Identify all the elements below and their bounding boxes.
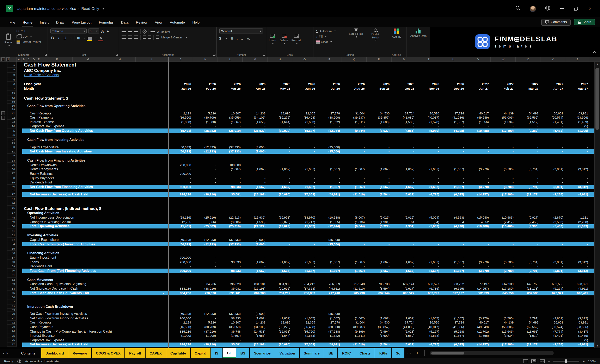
cell-value[interactable]: (2,078): [268, 220, 292, 224]
cell-value[interactable]: Jan-27: [466, 86, 491, 91]
cell-value[interactable]: (1,556): [466, 334, 491, 338]
cell-value[interactable]: (3,791): [516, 167, 540, 172]
cell-value[interactable]: (25,883): [193, 224, 218, 229]
cell-value[interactable]: (10,988): [317, 216, 342, 220]
cell-value[interactable]: (35,000): [317, 312, 342, 316]
cell-value[interactable]: (10,488): [466, 224, 491, 229]
cell-value[interactable]: -: [218, 124, 243, 128]
cell-value[interactable]: -: [491, 180, 516, 185]
cell-value[interactable]: (7,774): [540, 329, 565, 334]
row-number[interactable]: 35: [8, 163, 17, 167]
cell-value[interactable]: -: [565, 176, 590, 180]
restore-button[interactable]: [573, 6, 579, 11]
cell-value[interactable]: -: [317, 338, 342, 342]
cell-value[interactable]: (3,780): [491, 185, 516, 189]
cell-value[interactable]: -: [416, 255, 441, 260]
cell-value[interactable]: -: [565, 264, 590, 269]
cell-value[interactable]: (16,560): [168, 325, 193, 329]
cell-value[interactable]: -: [243, 163, 268, 167]
row-number[interactable]: 73: [8, 325, 17, 329]
row-number[interactable]: 14: [8, 95, 17, 101]
cell-value[interactable]: (1,667): [243, 316, 268, 320]
row-number[interactable]: 70: [8, 312, 17, 316]
cell-value[interactable]: (1,622): [317, 334, 342, 338]
cell-value[interactable]: (10,488): [466, 128, 491, 133]
cell-value[interactable]: -: [317, 172, 342, 176]
cell-value[interactable]: 56,601: [540, 111, 565, 116]
menu-tab-view[interactable]: View: [151, 17, 166, 27]
column-header-H[interactable]: H: [104, 57, 136, 62]
cell-value[interactable]: (15,687): [292, 224, 317, 229]
cell-value[interactable]: (49,549): [466, 116, 491, 120]
row-number[interactable]: 36: [8, 167, 17, 172]
cell-value[interactable]: -: [540, 242, 565, 246]
cell-value[interactable]: -: [218, 176, 243, 180]
zoom-in-icon[interactable]: +: [583, 359, 585, 363]
cell-value[interactable]: (1,491): [540, 334, 565, 338]
column-header-I[interactable]: I: [136, 57, 168, 62]
cell-value[interactable]: (19,051): [268, 329, 292, 334]
cell-value[interactable]: -: [342, 145, 367, 149]
globe-icon[interactable]: [545, 5, 550, 12]
row-number[interactable]: 49: [8, 220, 17, 224]
cell-value[interactable]: (50,333): [168, 149, 193, 154]
cell-value[interactable]: (2,456): [516, 220, 540, 224]
cut-button[interactable]: ✂Cut: [17, 28, 41, 34]
column-header-J[interactable]: J: [168, 57, 193, 62]
cell-value[interactable]: 834,236: [168, 287, 193, 291]
cell-value[interactable]: 705,738: [367, 282, 392, 286]
cell-value[interactable]: (6,595): [441, 342, 466, 347]
row-number[interactable]: 43: [8, 196, 17, 201]
cell-value[interactable]: -: [466, 163, 491, 167]
cell-value[interactable]: (64): [416, 220, 441, 224]
cell-value[interactable]: 632,586: [516, 291, 540, 295]
cell-value[interactable]: 796,020: [218, 282, 243, 286]
cell-value[interactable]: -: [392, 338, 416, 342]
cell-value[interactable]: (17,353): [292, 342, 317, 347]
cell-value[interactable]: (35,059): [218, 325, 243, 329]
cell-value[interactable]: -: [516, 255, 540, 260]
cell-value[interactable]: 44,139: [491, 320, 516, 325]
bold-button[interactable]: B: [50, 36, 55, 40]
cell-value[interactable]: (1,611): [342, 334, 367, 338]
cell-value[interactable]: 2027: [491, 82, 516, 86]
cell-value[interactable]: (1,667): [292, 260, 317, 264]
cell-value[interactable]: -: [268, 176, 292, 180]
cell-value[interactable]: -: [342, 237, 367, 242]
menu-tab-formulas[interactable]: Formulas: [95, 17, 117, 27]
cell-value[interactable]: (1,667): [268, 260, 292, 264]
cell-value[interactable]: -: [143, 291, 166, 295]
cell-value[interactable]: 37,724: [392, 111, 416, 116]
cell-value[interactable]: (2,870): [540, 216, 565, 220]
sheet-tab-charts[interactable]: Charts: [356, 348, 375, 358]
cell-value[interactable]: -: [292, 264, 317, 269]
table-of-contents-link[interactable]: Go to Table of Contents: [24, 73, 59, 77]
cell-value[interactable]: (5,026): [367, 216, 392, 220]
zoom-out-icon[interactable]: –: [548, 359, 550, 363]
cell-value[interactable]: (12,333): [193, 312, 218, 316]
cell-value[interactable]: -: [168, 167, 193, 172]
cell-value[interactable]: -: [491, 338, 516, 342]
cell-value[interactable]: (3,812): [565, 316, 590, 320]
cell-value[interactable]: (1,000): [168, 120, 193, 124]
cell-value[interactable]: -: [342, 312, 367, 316]
cell-value[interactable]: (12,333): [193, 237, 218, 242]
cell-value[interactable]: (15,431): [168, 128, 193, 133]
cell-value[interactable]: (14,257): [466, 192, 491, 196]
sheet-tab-valuation[interactable]: Valuation: [275, 348, 299, 358]
cell-value[interactable]: (62,562): [516, 116, 540, 120]
cell-value[interactable]: 2026: [268, 82, 292, 86]
cell-value[interactable]: (19,029): [268, 224, 292, 229]
row-number[interactable]: 22: [8, 116, 17, 120]
cell-value[interactable]: -: [491, 163, 516, 167]
cell-value[interactable]: (1,667): [243, 167, 268, 172]
cell-value[interactable]: (2,280): [565, 220, 590, 224]
cell-value[interactable]: -: [516, 145, 540, 149]
cell-value[interactable]: (36,279): [268, 325, 292, 329]
vertical-scrollbar[interactable]: ▲ ▼: [594, 62, 600, 348]
cell-value[interactable]: -: [441, 180, 466, 185]
cell-value[interactable]: (13,173): [516, 287, 540, 291]
cell-value[interactable]: 44,139: [491, 111, 516, 116]
cell-value[interactable]: 2,129: [168, 320, 193, 325]
cell-value[interactable]: (49,611): [317, 342, 342, 347]
